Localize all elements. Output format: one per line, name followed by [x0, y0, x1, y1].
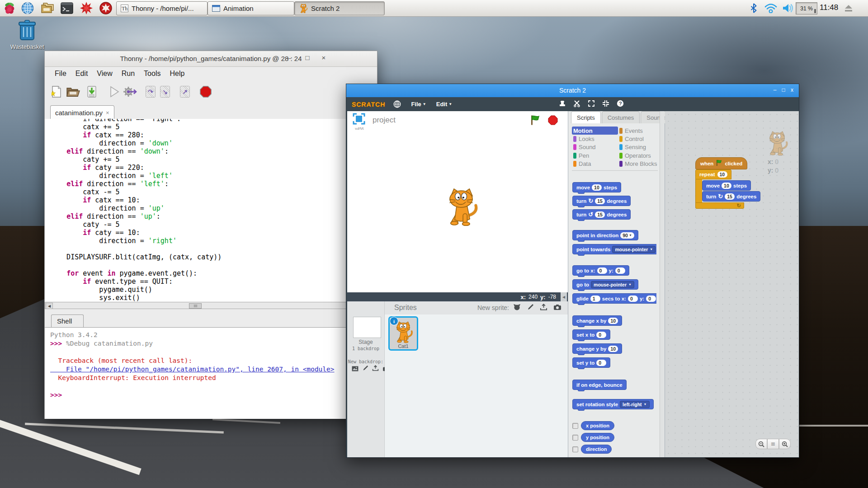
- palette-block[interactable]: turn↺15degrees: [572, 209, 631, 220]
- menu-edit[interactable]: Edit: [71, 68, 93, 79]
- wifi-icon[interactable]: [764, 1, 778, 15]
- zoom-reset-button[interactable]: =: [767, 439, 779, 449]
- file-manager-icon[interactable]: [41, 1, 54, 15]
- stage-thumbnail[interactable]: [353, 317, 381, 338]
- category-events[interactable]: Events: [618, 127, 661, 135]
- stage-cat-sprite[interactable]: [443, 186, 479, 228]
- category-data[interactable]: Data: [572, 160, 618, 168]
- mathematica-icon[interactable]: [80, 1, 93, 15]
- palette-block[interactable]: direction: [581, 445, 612, 454]
- sprite-info-icon[interactable]: i: [390, 317, 398, 325]
- category-control[interactable]: Control: [618, 135, 661, 143]
- taskbar-button-thonny[interactable]: Th Thonny - /home/pi/...: [116, 1, 208, 15]
- palette-block[interactable]: point towardsmouse-pointer▼: [572, 244, 656, 254]
- category-operators[interactable]: Operators: [618, 151, 661, 160]
- number-input[interactable]: 0: [615, 267, 625, 274]
- step-out-icon[interactable]: ↗: [179, 85, 191, 98]
- new-file-icon[interactable]: [50, 85, 63, 98]
- stop-icon[interactable]: [199, 85, 212, 98]
- scroll-left-arrow[interactable]: ◀: [46, 303, 53, 309]
- save-file-icon[interactable]: [85, 85, 98, 98]
- volume-icon[interactable]: [782, 1, 795, 15]
- debug-script-icon[interactable]: [123, 85, 138, 98]
- number-input[interactable]: 0: [628, 296, 638, 302]
- shell-pane[interactable]: Python 3.4.2>>> %Debug catanimation.py T…: [45, 327, 377, 419]
- palette-block[interactable]: change x by10: [572, 315, 622, 326]
- step-into-icon[interactable]: ↘: [159, 85, 171, 98]
- number-input[interactable]: 15: [595, 211, 605, 218]
- menu-help[interactable]: Help: [165, 68, 189, 79]
- fullscreen-icon[interactable]: v456: [353, 113, 366, 131]
- editor-tab-catanimation[interactable]: catanimation.py ×: [50, 105, 114, 119]
- sprite-cat1[interactable]: Cat1 i: [388, 316, 418, 351]
- number-input[interactable]: 0: [596, 332, 606, 338]
- number-input[interactable]: 1: [590, 296, 600, 302]
- number-input[interactable]: 10: [722, 183, 731, 189]
- upload-backdrop-icon[interactable]: [372, 365, 379, 373]
- palette-block[interactable]: go tomouse-pointer▼: [572, 279, 638, 290]
- number-input[interactable]: 10: [717, 171, 727, 178]
- palette-block[interactable]: y position: [581, 433, 614, 442]
- shell-tab[interactable]: Shell: [51, 314, 84, 327]
- backdrop-library-icon[interactable]: [352, 365, 359, 373]
- palette-block[interactable]: set x to0: [572, 329, 610, 340]
- number-input[interactable]: 15: [725, 193, 735, 200]
- category-looks[interactable]: Looks: [572, 135, 618, 143]
- stop-sign-icon[interactable]: [548, 115, 558, 127]
- tab-costumes[interactable]: Costumes: [602, 111, 640, 123]
- tab-scripts[interactable]: Scripts: [571, 111, 601, 123]
- menu-run[interactable]: Run: [117, 68, 139, 79]
- terminal-icon[interactable]: [60, 1, 74, 15]
- scripts-area[interactable]: x: 0 y: 0 whenclickedrepeat10move10steps…: [665, 111, 799, 457]
- divider-arrow-icon[interactable]: ◀: [561, 292, 567, 301]
- number-dropdown[interactable]: 90▼: [620, 232, 634, 239]
- language-globe-icon[interactable]: [393, 100, 401, 108]
- number-input[interactable]: 10: [608, 318, 618, 324]
- clock[interactable]: 11:48: [820, 3, 838, 12]
- thonny-titlebar[interactable]: Thonny - /home/pi/python_games/catanimat…: [45, 51, 377, 67]
- zoom-in-button[interactable]: [779, 439, 791, 449]
- green-flag-icon[interactable]: [530, 115, 541, 127]
- delete-cut-icon[interactable]: [573, 100, 580, 107]
- category-sound[interactable]: Sound: [572, 143, 618, 151]
- minimize-button[interactable]: –: [771, 87, 779, 93]
- help-icon[interactable]: ?: [617, 100, 624, 107]
- minimize-button[interactable]: –: [283, 54, 295, 61]
- scrollbar-thumb[interactable]: [189, 303, 202, 309]
- script-stack[interactable]: whenclickedrepeat10move10stepsturn↻15deg…: [695, 157, 760, 209]
- palette-block[interactable]: point in direction90▼: [572, 230, 638, 240]
- tab-close-icon[interactable]: ×: [106, 109, 109, 116]
- duplicate-stamp-icon[interactable]: [559, 100, 566, 107]
- category-pen[interactable]: Pen: [572, 151, 618, 160]
- script-hat-when-flag-clicked[interactable]: whenclicked: [695, 157, 747, 169]
- menu-raspberry-icon[interactable]: [3, 1, 16, 15]
- run-script-icon[interactable]: [108, 85, 121, 98]
- watch-checkbox[interactable]: [572, 423, 578, 429]
- palette-block[interactable]: move10steps: [572, 182, 621, 192]
- stage-canvas[interactable]: [347, 130, 568, 292]
- palette-block[interactable]: change y by10: [572, 343, 622, 354]
- camera-sprite-icon[interactable]: [553, 304, 561, 312]
- cpu-monitor[interactable]: 31 %: [796, 2, 817, 14]
- palette-block[interactable]: set rotation styleleft-right▼: [572, 399, 654, 409]
- step-over-icon[interactable]: ↷: [144, 85, 157, 98]
- maximize-button[interactable]: □: [779, 87, 788, 93]
- scratch-menu-file[interactable]: File▼: [411, 101, 426, 108]
- bluetooth-icon[interactable]: [747, 1, 760, 15]
- new-sprite-library-icon[interactable]: [513, 303, 521, 313]
- web-browser-globe-icon[interactable]: [21, 1, 34, 15]
- close-button[interactable]: x: [788, 87, 796, 93]
- script-block[interactable]: turn↻15degrees: [702, 191, 760, 202]
- menu-file[interactable]: File: [50, 68, 71, 79]
- category-sensing[interactable]: Sensing: [618, 143, 661, 151]
- category-motion[interactable]: Motion: [572, 127, 618, 135]
- menu-tools[interactable]: Tools: [139, 68, 165, 79]
- paint-backdrop-icon[interactable]: [362, 365, 368, 373]
- dropdown-menu[interactable]: left-right▼: [620, 401, 650, 408]
- script-repeat-block[interactable]: repeat10: [695, 169, 731, 179]
- number-input[interactable]: 15: [595, 198, 605, 204]
- open-file-icon[interactable]: [66, 85, 81, 98]
- number-input[interactable]: 0: [597, 267, 607, 274]
- editor-horizontal-scrollbar[interactable]: ◀: [45, 302, 377, 309]
- number-input[interactable]: 0: [596, 360, 606, 366]
